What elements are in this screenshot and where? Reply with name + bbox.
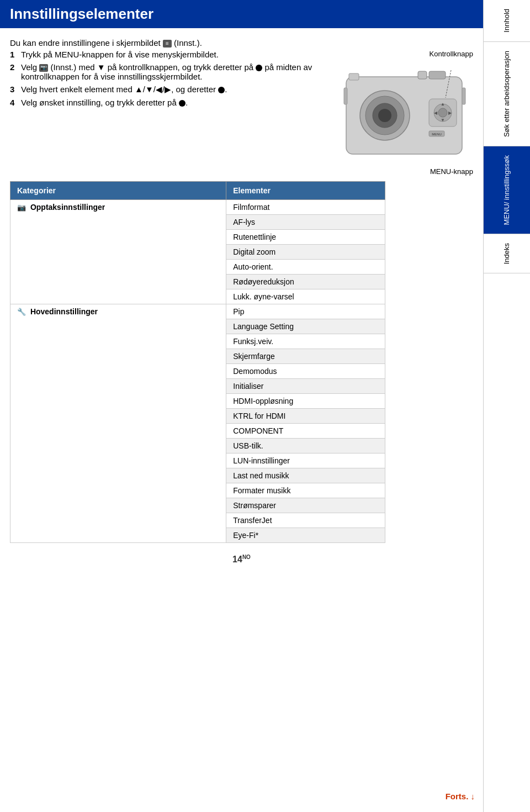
item-cell: Rutenettlinje [226, 230, 385, 245]
svg-point-4 [378, 109, 391, 122]
col-kategorier: Kategorier [10, 182, 226, 200]
step-1-num: 1 [10, 50, 21, 59]
forts-link[interactable]: Forts. ↓ [446, 792, 475, 801]
camera-illustration: ▲ ▼ ◀ ▶ MENU [341, 60, 473, 165]
sidebar-item-innhold[interactable]: Innhold [484, 0, 530, 42]
item-cell: Initialiser [226, 379, 385, 394]
intro-suffix: (Innst.). [174, 38, 202, 48]
sidebar-label-menu: MENU/ innstillingssøk [502, 155, 512, 225]
category-cell-hovedinnstillinger: 🔧 Hovedinnstillinger [10, 304, 226, 543]
camera-icon-inline: 📷 [39, 64, 48, 72]
forts-text: Forts. ↓ [446, 792, 475, 801]
table-header-row: Kategorier Elementer [10, 182, 385, 200]
step-4: 4 Velg ønsket innstilling, og trykk dere… [10, 98, 319, 107]
item-cell: Lukk. øyne-varsel [226, 289, 385, 304]
item-cell: Eye-Fi* [226, 528, 385, 543]
page-number: 14NO [232, 554, 251, 565]
step-4-text: Velg ønsket innstilling, og trykk derett… [21, 98, 319, 107]
item-cell: Formater musikk [226, 483, 385, 498]
sidebar-item-menu[interactable]: MENU/ innstillingssøk [484, 146, 530, 234]
svg-rect-5 [429, 71, 446, 79]
page-footer: 14NO [0, 543, 483, 570]
step-1-text: Trykk på MENU-knappen for å vise menyskj… [21, 50, 319, 59]
item-cell: Digital zoom [226, 245, 385, 260]
svg-rect-6 [418, 71, 427, 79]
intro-line: Du kan endre innstillingene i skjermbild… [0, 34, 483, 50]
item-cell: Auto-orient. [226, 260, 385, 275]
steps-column: 1 Trykk på MENU-knappen for å vise menys… [10, 50, 319, 176]
content-column: Innstillingselementer Du kan endre innst… [0, 0, 483, 812]
item-cell: KTRL for HDMI [226, 409, 385, 424]
item-cell: COMPONENT [226, 424, 385, 439]
sidebar-label-indeks: Indeks [502, 243, 512, 264]
sidebar-label-innhold: Innhold [502, 9, 512, 33]
step-4-num: 4 [10, 98, 21, 107]
item-cell: AF-lys [226, 215, 385, 230]
item-cell: HDMI-oppløsning [226, 394, 385, 409]
table-row: 🔧 HovedinnstillingerPip [10, 304, 385, 319]
intro-text: Du kan endre innstillingene i skjermbild… [10, 38, 163, 48]
menuknapp-label: MENU-knapp [430, 167, 473, 176]
settings-table: Kategorier Elementer 📷 Opptaksinnstillin… [10, 181, 385, 543]
svg-rect-18 [462, 88, 465, 104]
circle-btn-icon-2 [218, 87, 225, 93]
step-1: 1 Trykk på MENU-knappen for å vise menys… [10, 50, 319, 59]
col-elementer: Elementer [226, 182, 385, 200]
category-icon: 🔧 [17, 308, 26, 316]
category-cell-opptaksinnstillinger: 📷 Opptaksinnstillinger [10, 200, 226, 304]
item-cell: TransferJet [226, 513, 385, 528]
svg-text:◀: ◀ [434, 110, 438, 115]
circle-btn-icon-3 [179, 100, 186, 107]
item-cell: Funksj.veiv. [226, 334, 385, 349]
category-icon: 📷 [17, 203, 26, 212]
step-2: 2 Velg 📷 (Innst.) med ▼ på kontrollknapp… [10, 62, 319, 81]
item-cell: Strømsparer [226, 498, 385, 513]
intro-camera-row: 1 Trykk på MENU-knappen for å vise menys… [0, 50, 483, 176]
step-2-text: Velg 📷 (Innst.) med ▼ på kontrollknappen… [21, 62, 319, 81]
svg-text:MENU: MENU [432, 133, 442, 136]
item-cell: Rødøyereduksjon [226, 275, 385, 289]
step-3: 3 Velg hvert enkelt element med ▲/▼/◀/▶,… [10, 85, 319, 94]
svg-rect-17 [344, 88, 347, 104]
sidebar-item-indeks[interactable]: Indeks [484, 234, 530, 273]
item-cell: LUN-innstillinger [226, 454, 385, 468]
settings-icon: ≡ [163, 40, 172, 48]
page-title: Innstillingselementer [10, 6, 153, 22]
svg-text:▼: ▼ [441, 118, 445, 123]
item-cell: Language Setting [226, 319, 385, 334]
item-cell: Last ned musikk [226, 468, 385, 483]
step-2-num: 2 [10, 62, 21, 81]
item-cell: USB-tilk. [226, 439, 385, 454]
camera-image-area: Kontrollknapp [319, 50, 473, 176]
table-row: 📷 OpptaksinnstillingerFilmformat [10, 200, 385, 215]
svg-text:▶: ▶ [448, 110, 452, 115]
sidebar-item-search[interactable]: Søk etter arbeidsoperasjon [484, 42, 530, 146]
step-3-num: 3 [10, 85, 21, 94]
item-cell: Skjermfarge [226, 349, 385, 364]
page-wrapper: Innstillingselementer Du kan endre innst… [0, 0, 530, 812]
kontrollknapp-label: Kontrollknapp [430, 50, 474, 58]
svg-rect-16 [349, 73, 359, 80]
table-section: Kategorier Elementer 📷 Opptaksinnstillin… [0, 176, 483, 543]
step-3-text: Velg hvert enkelt element med ▲/▼/◀/▶, o… [21, 85, 319, 94]
svg-point-9 [438, 108, 447, 117]
svg-text:▲: ▲ [441, 102, 445, 107]
page-header: Innstillingselementer [0, 0, 483, 28]
sidebar: Innhold Søk etter arbeidsoperasjon MENU/… [483, 0, 530, 812]
circle-btn-icon [256, 65, 262, 71]
sidebar-label-search: Søk etter arbeidsoperasjon [502, 51, 512, 137]
item-cell: Demomodus [226, 364, 385, 379]
item-cell: Filmformat [226, 200, 385, 215]
item-cell: Pip [226, 304, 385, 319]
